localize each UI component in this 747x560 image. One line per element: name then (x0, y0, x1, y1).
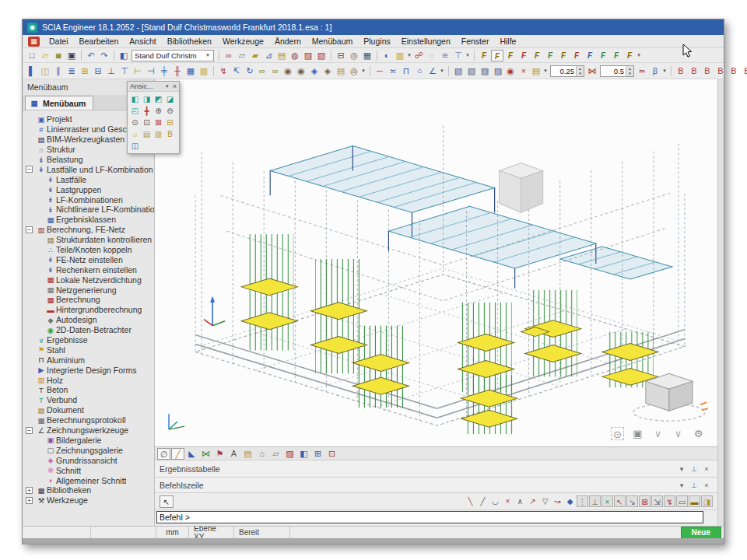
curve-tool-icon[interactable]: ≃ (636, 65, 648, 77)
save-all-icon[interactable]: ◙ (52, 50, 65, 61)
binoculars-icon[interactable]: ◉ (282, 65, 294, 77)
reinforcement-4-icon[interactable]: B (714, 65, 727, 77)
tree-item[interactable]: ▣ Bildergalerie (26, 436, 154, 446)
snap-line-2-icon[interactable]: ╱ (477, 495, 489, 507)
pan-down-2-icon[interactable]: ∨ (672, 427, 685, 440)
tree-item[interactable]: ▤ Strukturdaten kontrollieren (26, 235, 154, 245)
table-view-icon[interactable]: ⊡ (325, 448, 338, 460)
new-document-icon[interactable]: □ (26, 50, 38, 61)
open-template-icon[interactable]: ▤ (530, 65, 542, 77)
draw-circle-icon[interactable]: ○ (413, 65, 426, 77)
undo-icon[interactable]: ↶ (85, 50, 97, 61)
clipboard-copy-icon[interactable]: ▧ (452, 65, 465, 77)
tree-item[interactable]: ▬ Hintergrundberechnung (26, 305, 154, 315)
spinner-arrows-icon[interactable]: ▴▾ (626, 66, 633, 76)
snap-box-icon[interactable]: ⊠ (639, 495, 651, 507)
tree-item[interactable]: ↡ Lastfälle (26, 174, 154, 184)
tree-item[interactable]: ▦ Ergebnisklassen (26, 215, 154, 225)
snap-solid-icon[interactable]: ▬ (689, 495, 700, 507)
chevron-down-icon[interactable]: ▾ (542, 68, 549, 74)
tree-item[interactable]: Π Aluminium (26, 355, 154, 365)
menu-item[interactable]: Ansicht (124, 37, 161, 46)
axes-xy-icon[interactable]: ⊿ (262, 50, 275, 61)
snap-intersection-icon[interactable]: × (601, 495, 613, 507)
window-view-icon[interactable]: ◧ (297, 448, 310, 460)
scale-model-icon[interactable]: ⋈ (586, 65, 598, 77)
command-line-panel[interactable]: Befehlszeile ▾ ⊥ × (155, 478, 717, 493)
loadcase-5-icon[interactable]: F (531, 50, 543, 61)
spinner-arrows-icon[interactable]: ▴▾ (576, 66, 584, 76)
clipboard-paste-icon[interactable]: ▨ (479, 65, 491, 77)
chevron-down-icon[interactable]: ▾ (675, 481, 688, 489)
add-node-icon[interactable]: ⊞ (79, 65, 91, 77)
chevron-down-icon[interactable]: ▾ (360, 68, 366, 74)
model-edit-icon[interactable]: ▰ (249, 50, 261, 61)
tab-menubaum[interactable]: ▦ Menübaum (25, 96, 93, 110)
loadcase-7-icon[interactable]: F (557, 50, 570, 61)
connect-right-icon[interactable]: ⊣ (145, 65, 157, 77)
reinforcement-3-icon[interactable]: B (701, 65, 714, 77)
chevron-down-icon[interactable]: ▾ (675, 465, 688, 473)
storey-view-icon[interactable]: ⌂ (255, 448, 268, 460)
tree-item[interactable]: ▦ Lokale Netzverdichtung (26, 275, 154, 285)
colors-icon[interactable]: B (164, 128, 176, 140)
tree-item[interactable]: ↡ FE-Netz einstellen (26, 254, 154, 264)
window-layout-icon[interactable]: ◧ (117, 50, 130, 61)
tree-item[interactable]: − ∠ Zeichnungswerkzeuge (26, 425, 154, 436)
snap-delete-icon[interactable]: × (502, 495, 514, 507)
support-icon[interactable]: ⊥ (105, 65, 117, 77)
tree-expander[interactable]: + (26, 487, 33, 494)
snap-arc-icon[interactable]: ◡ (489, 495, 501, 507)
tree-item[interactable]: − ▥ Berechnung, FE-Netz (26, 225, 154, 235)
cross-link-2-icon[interactable]: ╫ (171, 65, 184, 77)
loadcase-9-icon[interactable]: F (584, 50, 596, 61)
view-y-icon[interactable]: ◩ (153, 93, 164, 105)
tree-item[interactable]: ▥ Holz (26, 375, 154, 385)
draw-beam-icon[interactable]: ≍ (387, 65, 399, 77)
draw-line-icon[interactable]: ─ (374, 65, 386, 77)
layers-view-icon[interactable]: ▤ (241, 448, 254, 460)
loadcase-11-icon[interactable]: F (610, 50, 622, 61)
render-view-icon[interactable]: ▨ (283, 448, 296, 460)
menu-item[interactable]: Hilfe (494, 37, 521, 46)
snap-nearest-icon[interactable]: ↖ (614, 495, 626, 507)
close-icon[interactable]: × (700, 465, 713, 473)
tree-item[interactable]: T Verbund (26, 395, 154, 405)
command-input[interactable]: Befehl > (156, 511, 703, 523)
mesh-refine-icon[interactable]: ▦ (184, 65, 197, 77)
project-link-icon[interactable]: ∞ (223, 50, 235, 61)
connect-left-icon[interactable]: ⊢ (132, 65, 144, 77)
tree-item[interactable]: ⚑ Stahl (26, 345, 154, 355)
plate-icon[interactable]: ▥ (198, 65, 210, 77)
settings-gear-icon[interactable]: ⚙ (692, 427, 705, 440)
document-services-icon[interactable]: ▥ (394, 50, 406, 61)
render-image-icon[interactable]: ▨ (302, 50, 314, 61)
loadcase-10-icon[interactable]: F (597, 50, 609, 61)
light-icon[interactable]: ☼ (129, 128, 141, 140)
tree-item[interactable]: ▦ Berechnungsprotokoll (26, 415, 154, 425)
render-settings-icon[interactable]: ◫ (129, 140, 141, 152)
tree-item[interactable]: ↡ LF-Kombinationen (26, 194, 154, 205)
redo-icon[interactable]: ↷ (98, 50, 110, 61)
draw-polyline-icon[interactable]: ⊓ (400, 65, 412, 77)
clipboard-copy-2-icon[interactable]: ▧ (465, 65, 478, 77)
tree-item[interactable]: ※ Schnitt (26, 465, 154, 475)
menu-item[interactable]: Fenster (456, 37, 495, 46)
status-unit[interactable]: mm (156, 527, 189, 538)
info-icon[interactable]: ◐ (381, 50, 393, 61)
unlink-members-icon[interactable]: ∞ (269, 65, 282, 77)
tree-expander[interactable]: − (26, 166, 33, 173)
zoom-out-icon[interactable]: ⊖ (164, 105, 176, 117)
link-members-icon[interactable]: ∞ (256, 65, 268, 77)
save-icon[interactable]: ▣ (65, 50, 78, 61)
menu-item[interactable]: Plugins (358, 37, 395, 46)
select-cursor-button[interactable]: ↖ (160, 495, 174, 508)
view-props-icon[interactable]: ◎ (348, 65, 360, 77)
menu-item[interactable]: Ändern (269, 37, 307, 46)
loadcase-3-icon[interactable]: F (504, 50, 517, 61)
chevron-down-icon[interactable]: ▾ (406, 52, 412, 58)
flag-view-icon[interactable]: ⚑ (213, 448, 226, 460)
clipboard-paste-2-icon[interactable]: ▨ (492, 65, 504, 77)
menu-item[interactable]: Bibliotheken (162, 37, 217, 46)
shade-view-icon[interactable]: ◣ (185, 448, 198, 460)
